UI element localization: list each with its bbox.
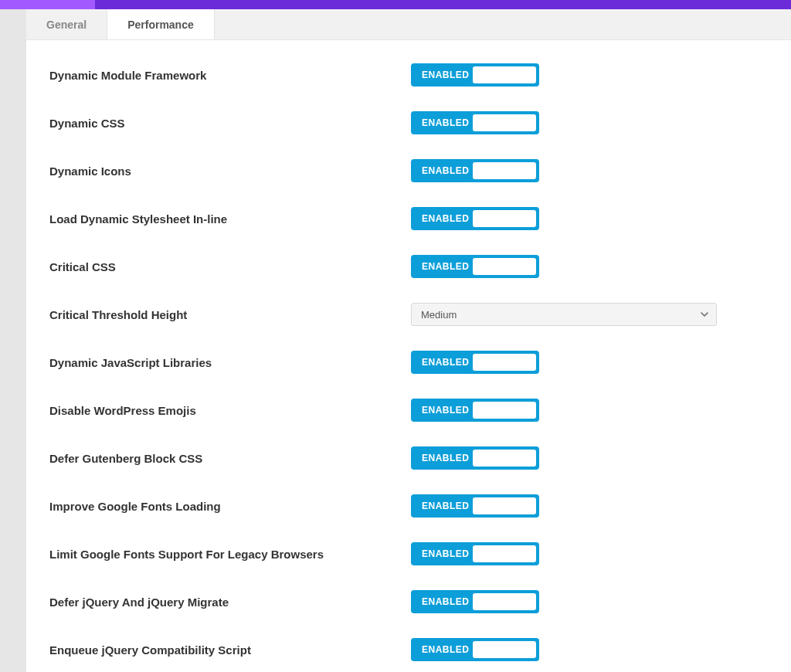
- toggle-disable-wp-emojis[interactable]: ENABLED: [411, 399, 539, 422]
- toggle-thumb: [473, 402, 536, 419]
- label-dynamic-css: Dynamic CSS: [49, 117, 411, 130]
- toggle-enabled-text: ENABLED: [411, 70, 473, 80]
- toggle-enabled-text: ENABLED: [411, 644, 473, 655]
- tab-performance[interactable]: Performance: [107, 9, 215, 39]
- toggle-enabled-text: ENABLED: [411, 213, 473, 224]
- toggle-thumb: [473, 66, 536, 83]
- toggle-thumb: [473, 450, 536, 467]
- toggle-thumb: [473, 497, 536, 514]
- toggle-enabled-text: ENABLED: [411, 165, 473, 176]
- label-disable-wp-emojis: Disable WordPress Emojis: [49, 404, 411, 417]
- tab-general[interactable]: General: [26, 9, 107, 39]
- toggle-dynamic-icons[interactable]: ENABLED: [411, 159, 539, 182]
- settings-panel: General Performance Dynamic Module Frame…: [26, 9, 791, 672]
- label-improve-google-fonts: Improve Google Fonts Loading: [49, 500, 411, 513]
- tab-bar: General Performance: [26, 9, 791, 40]
- label-load-dynamic-stylesheet: Load Dynamic Stylesheet In-line: [49, 212, 411, 226]
- toggle-dynamic-module-framework[interactable]: ENABLED: [411, 63, 539, 87]
- row-load-dynamic-stylesheet: Load Dynamic Stylesheet In-line ENABLED: [49, 207, 768, 230]
- label-defer-gutenberg-css: Defer Gutenberg Block CSS: [49, 452, 411, 465]
- label-defer-jquery-migrate: Defer jQuery And jQuery Migrate: [49, 596, 411, 609]
- toggle-improve-google-fonts[interactable]: ENABLED: [411, 494, 539, 518]
- toggle-limit-google-fonts-legacy[interactable]: ENABLED: [411, 542, 539, 565]
- toggle-defer-jquery-migrate[interactable]: ENABLED: [411, 590, 539, 613]
- toggle-enabled-text: ENABLED: [411, 261, 473, 272]
- toggle-thumb: [473, 210, 536, 227]
- row-dynamic-icons: Dynamic Icons ENABLED: [49, 159, 768, 182]
- toggle-enqueue-jquery-compat[interactable]: ENABLED: [411, 638, 539, 661]
- top-accent-bar: [0, 0, 791, 9]
- toggle-enabled-text: ENABLED: [411, 405, 473, 416]
- toggle-thumb: [473, 354, 536, 371]
- row-critical-threshold-height: Critical Threshold Height Medium: [49, 303, 768, 326]
- toggle-thumb: [473, 258, 536, 275]
- toggle-enabled-text: ENABLED: [411, 501, 473, 511]
- row-defer-gutenberg-css: Defer Gutenberg Block CSS ENABLED: [49, 446, 768, 470]
- label-limit-google-fonts-legacy: Limit Google Fonts Support For Legacy Br…: [49, 548, 411, 561]
- toggle-enabled-text: ENABLED: [411, 453, 473, 463]
- row-enqueue-jquery-compat: Enqueue jQuery Compatibility Script ENAB…: [49, 638, 768, 661]
- row-limit-google-fonts-legacy: Limit Google Fonts Support For Legacy Br…: [49, 542, 768, 565]
- toggle-dynamic-js-libraries[interactable]: ENABLED: [411, 351, 539, 374]
- row-critical-css: Critical CSS ENABLED: [49, 255, 768, 278]
- settings-content: Dynamic Module Framework ENABLED Dynamic…: [26, 40, 791, 672]
- row-dynamic-module-framework: Dynamic Module Framework ENABLED: [49, 63, 768, 87]
- toggle-dynamic-css[interactable]: ENABLED: [411, 111, 539, 134]
- toggle-thumb: [473, 114, 536, 131]
- toggle-thumb: [473, 593, 536, 610]
- label-dynamic-icons: Dynamic Icons: [49, 165, 411, 178]
- toggle-thumb: [473, 162, 536, 179]
- label-enqueue-jquery-compat: Enqueue jQuery Compatibility Script: [49, 643, 411, 657]
- row-defer-jquery-migrate: Defer jQuery And jQuery Migrate ENABLED: [49, 590, 768, 613]
- select-critical-threshold[interactable]: Medium: [411, 303, 717, 326]
- toggle-thumb: [473, 545, 536, 562]
- label-critical-threshold-height: Critical Threshold Height: [49, 308, 411, 321]
- toggle-load-dynamic-stylesheet[interactable]: ENABLED: [411, 207, 539, 230]
- toggle-enabled-text: ENABLED: [411, 596, 473, 607]
- toggle-thumb: [473, 641, 536, 658]
- toggle-defer-gutenberg-css[interactable]: ENABLED: [411, 446, 539, 470]
- toggle-enabled-text: ENABLED: [411, 357, 473, 368]
- label-critical-css: Critical CSS: [49, 260, 411, 273]
- row-dynamic-js-libraries: Dynamic JavaScript Libraries ENABLED: [49, 351, 768, 374]
- toggle-enabled-text: ENABLED: [411, 117, 473, 128]
- label-dynamic-module-framework: Dynamic Module Framework: [49, 69, 411, 82]
- select-wrap-critical-threshold: Medium: [411, 303, 717, 326]
- row-disable-wp-emojis: Disable WordPress Emojis ENABLED: [49, 399, 768, 422]
- toggle-enabled-text: ENABLED: [411, 548, 473, 559]
- label-dynamic-js-libraries: Dynamic JavaScript Libraries: [49, 356, 411, 369]
- row-improve-google-fonts: Improve Google Fonts Loading ENABLED: [49, 494, 768, 518]
- toggle-critical-css[interactable]: ENABLED: [411, 255, 539, 278]
- row-dynamic-css: Dynamic CSS ENABLED: [49, 111, 768, 134]
